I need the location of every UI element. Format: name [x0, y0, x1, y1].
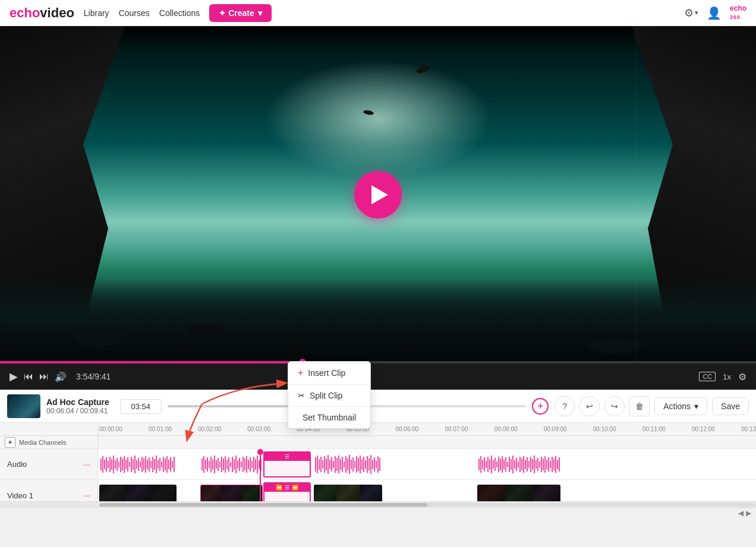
svg-rect-54 — [223, 459, 224, 470]
video-track-row: ⏪ ☰ ⏩ 00:03:54 — [98, 480, 756, 501]
svg-rect-38 — [168, 460, 169, 469]
svg-rect-155 — [553, 459, 555, 470]
undo-button[interactable]: ↩ — [579, 396, 600, 416]
scrollbar-track[interactable] — [99, 503, 755, 507]
video-strip-4[interactable] — [477, 485, 560, 501]
ruler-mark-0: 00:00:00 — [98, 426, 147, 432]
svg-rect-99 — [356, 456, 357, 473]
video-strip-3[interactable] — [314, 485, 382, 501]
svg-rect-145 — [536, 460, 537, 469]
svg-rect-22 — [140, 461, 141, 467]
svg-rect-104 — [365, 460, 366, 469]
svg-rect-103 — [363, 457, 364, 472]
video-strip-2[interactable] — [200, 485, 263, 501]
actions-button[interactable]: Actions ▾ — [654, 397, 707, 415]
timeline-time-display[interactable]: 03:54 — [120, 399, 162, 414]
svg-rect-119 — [489, 459, 490, 470]
create-button[interactable]: ✦ Create ▾ — [209, 4, 271, 22]
svg-rect-131 — [511, 459, 512, 470]
video-player[interactable]: + Insert Clip ✂ Split Clip Set Thumbnail — [0, 26, 756, 363]
svg-rect-111 — [377, 456, 379, 473]
svg-rect-30 — [154, 459, 155, 470]
cc-button[interactable]: CC — [699, 372, 716, 381]
scrollbar-thumb[interactable] — [99, 503, 427, 507]
media-channels-label: Media Channels — [19, 439, 67, 446]
svg-rect-65 — [242, 457, 244, 472]
context-menu-insert[interactable]: + Insert Clip — [288, 362, 370, 363]
svg-rect-16 — [129, 462, 130, 467]
svg-rect-84 — [329, 460, 330, 469]
settings-button[interactable]: ⚙ — [738, 371, 746, 382]
audio-menu-button[interactable]: ··· — [83, 460, 90, 469]
svg-rect-96 — [351, 460, 352, 469]
play-button[interactable] — [354, 171, 402, 219]
settings-icon-btn[interactable]: ⚙ ▾ — [684, 7, 698, 20]
svg-rect-85 — [331, 457, 332, 472]
svg-rect-154 — [552, 457, 553, 472]
svg-rect-156 — [555, 456, 556, 473]
video-progress-bar[interactable] — [0, 361, 756, 363]
svg-rect-93 — [345, 456, 346, 473]
scroll-right-button[interactable]: ▶ — [746, 509, 751, 517]
add-channel-button[interactable]: + — [5, 437, 15, 448]
logo-echo: echo — [10, 5, 40, 21]
add-media-button[interactable]: + — [532, 398, 549, 415]
svg-rect-110 — [376, 461, 377, 468]
svg-rect-158 — [559, 457, 560, 472]
svg-rect-86 — [333, 461, 334, 468]
svg-rect-147 — [539, 461, 540, 467]
nav-collections[interactable]: Collections — [159, 8, 200, 18]
horizontal-scrollbar[interactable] — [0, 501, 756, 507]
play-pause-button[interactable]: ▶ — [10, 370, 18, 383]
nav-courses[interactable]: Courses — [119, 8, 150, 18]
user-icon-btn[interactable]: 👤 — [707, 6, 722, 20]
fast-forward-button[interactable]: ⏭ — [39, 371, 49, 382]
logo[interactable]: echovideo — [10, 5, 74, 21]
svg-rect-32 — [158, 460, 159, 469]
redo-button[interactable]: ↪ — [604, 396, 625, 416]
svg-rect-2 — [104, 460, 105, 469]
svg-rect-61 — [235, 456, 237, 473]
audio-waveform-3 — [314, 454, 382, 475]
svg-rect-41 — [174, 457, 175, 472]
media-duration: 00:06:04 / 00:09:41 — [46, 407, 109, 415]
svg-rect-11 — [120, 457, 121, 472]
track-content: ☰ — [98, 436, 756, 501]
svg-rect-153 — [550, 461, 551, 468]
svg-rect-46 — [209, 461, 210, 468]
ruler-mark-12: 00:12:00 — [691, 426, 740, 432]
rewind-button[interactable]: ⏮ — [24, 371, 33, 382]
video-menu-button[interactable]: ··· — [83, 491, 90, 500]
ruler-mark-1: 00:01:00 — [147, 426, 197, 432]
svg-rect-6 — [111, 459, 112, 470]
svg-rect-14 — [125, 460, 127, 469]
audio-clip-overlay[interactable]: ☰ — [263, 451, 311, 478]
svg-rect-95 — [349, 455, 350, 474]
svg-rect-136 — [519, 457, 521, 472]
svg-rect-5 — [109, 457, 111, 472]
scroll-left-button[interactable]: ◀ — [738, 509, 744, 517]
svg-rect-138 — [523, 456, 524, 473]
help-button[interactable]: ? — [555, 396, 575, 416]
nav-library[interactable]: Library — [84, 8, 109, 18]
svg-rect-113 — [478, 459, 480, 470]
svg-rect-58 — [230, 462, 231, 467]
svg-rect-87 — [335, 456, 336, 473]
audio-waveform-1 — [99, 454, 177, 475]
svg-rect-10 — [118, 461, 119, 467]
svg-rect-141 — [528, 461, 530, 468]
track-labels: + Media Channels Audio ··· Video 1 ··· — [0, 436, 98, 501]
video-strip-1[interactable] — [99, 485, 177, 501]
audio-waveform-4 — [477, 454, 560, 475]
svg-rect-134 — [516, 458, 517, 471]
volume-button[interactable]: 🔊 — [55, 371, 67, 382]
delete-button[interactable]: 🗑 — [629, 396, 650, 416]
video-clip-overlay[interactable]: ⏪ ☰ ⏩ 00:03:54 — [263, 482, 311, 501]
svg-rect-33 — [159, 458, 160, 471]
video-track-label: Video 1 ··· — [0, 480, 97, 511]
speed-button[interactable]: 1x — [723, 372, 731, 381]
svg-rect-35 — [163, 457, 164, 472]
svg-rect-102 — [361, 459, 363, 470]
save-button[interactable]: Save — [712, 397, 749, 415]
svg-rect-53 — [221, 457, 222, 472]
